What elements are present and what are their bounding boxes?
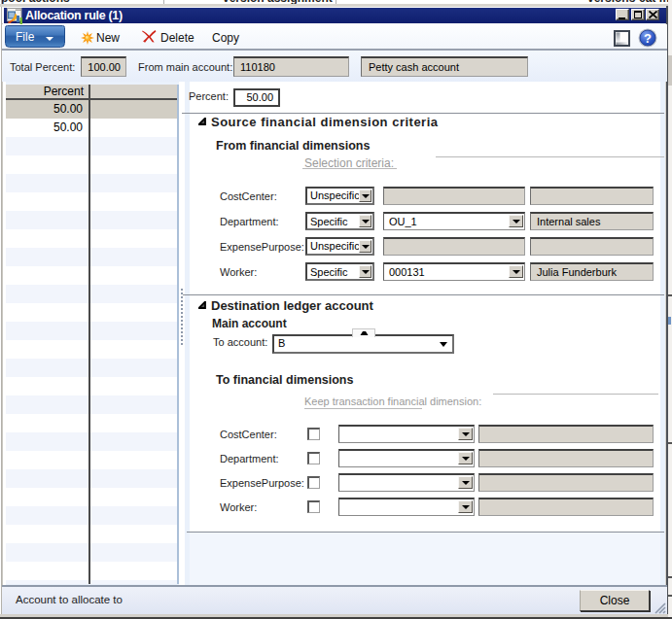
svg-text:?: ?: [644, 31, 652, 46]
